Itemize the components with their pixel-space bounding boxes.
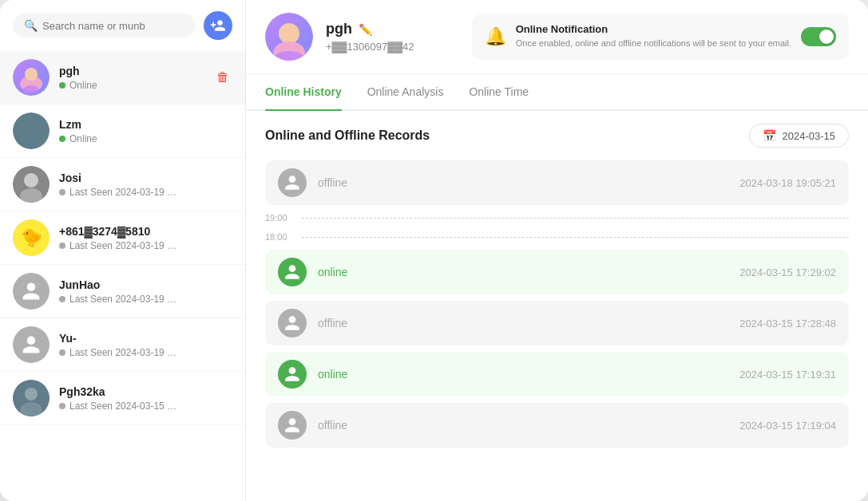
profile-name-text: pgh [326,21,352,37]
contact-status-text-phone: Last Seen 2024-03-19 … [69,240,176,251]
tab-online-analysis[interactable]: Online Analysis [367,74,444,111]
time-marker-18: 18:00 [265,232,849,242]
timeline-wrapper: offline 2024-03-18 19:05:21 19:00 18:00 [265,160,849,448]
pgh-avatar-illustration [15,61,47,93]
time-label-19: 19:00 [265,213,294,223]
contact-status-text-pgh32ka: Last Seen 2024-03-15 … [69,400,176,412]
record-timestamp-2: 2024-03-15 17:29:02 [739,266,836,278]
contact-item-lzm[interactable]: Lzm Online [0,105,245,158]
records-area: Online and Offline Records 📅 2024-03-15 [246,111,868,501]
profile-avatar-svg [265,13,313,61]
tab-online-history[interactable]: Online History [265,74,342,111]
avatar-pgh [13,59,50,96]
contact-item-pgh32ka[interactable]: Pgh32ka Last Seen 2024-03-15 … [0,372,245,425]
contact-status-lzm: Online [59,133,232,144]
main-content: pgh ✏️ +▓▓1306097▓▓42 🔔 Online Notificat… [246,0,868,501]
add-person-icon [210,18,226,34]
person-icon [21,281,42,302]
status-dot-phone [59,243,65,249]
notification-title: Online Notification [516,23,791,35]
record-status-4: online [318,368,728,381]
contact-status-text-pgh: Online [69,80,97,91]
status-dot-online [59,82,65,89]
contact-item-josi[interactable]: Josi Last Seen 2024-03-19 … [0,158,245,211]
contact-info-yu: Yu- Last Seen 2024-03-19 … [59,332,232,358]
calendar-icon: 📅 [763,129,776,142]
date-picker[interactable]: 📅 2024-03-15 [749,124,850,148]
pgh32-avatar-svg [13,380,50,416]
notification-box: 🔔 Online Notification Once enabled, onli… [472,14,849,59]
contact-item-yu[interactable]: Yu- Last Seen 2024-03-19 … [0,318,245,372]
record-timestamp-1: 2024-03-18 19:05:21 [739,177,836,189]
contact-info-junhao: JunHao Last Seen 2024-03-19 … [59,278,232,305]
contact-info-pgh: pgh Online [59,65,213,91]
record-timestamp-5: 2024-03-15 17:19:04 [739,420,836,432]
svg-point-1 [25,68,38,81]
contact-name-pgh32ka: Pgh32ka [59,385,232,398]
record-person-icon-2 [283,263,301,281]
contact-info-lzm: Lzm Online [59,118,232,144]
contact-name-pgh: pgh [59,65,213,77]
avatar-yu [13,326,50,363]
contact-status-josi: Last Seen 2024-03-19 … [59,187,232,198]
record-person-icon-5 [283,416,301,434]
avatar-pgh32ka [13,380,50,416]
search-input[interactable] [42,20,184,32]
notification-description: Once enabled, online and offline notific… [516,37,791,49]
notification-toggle[interactable] [801,27,836,46]
record-timestamp-3: 2024-03-15 17:28:48 [739,318,836,329]
contact-status-text-josi: Last Seen 2024-03-19 … [69,187,176,198]
contact-item-junhao[interactable]: JunHao Last Seen 2024-03-19 … [0,265,245,318]
contact-status-pgh32ka: Last Seen 2024-03-15 … [59,400,232,412]
contact-item-phone[interactable]: 🐤 +861▓3274▓5810 Last Seen 2024-03-19 … [0,211,245,265]
contact-status-phone: Last Seen 2024-03-19 … [59,240,232,251]
profile-header: pgh ✏️ +▓▓1306097▓▓42 🔔 Online Notificat… [246,0,868,74]
profile-name-row: pgh ✏️ [326,21,459,37]
record-avatar-online-2 [278,360,307,389]
record-status-1: offline [318,176,728,189]
contact-info-josi: Josi Last Seen 2024-03-19 … [59,172,232,198]
contact-name-josi: Josi [59,172,232,184]
contact-item-pgh[interactable]: pgh Online 🗑 [0,51,245,105]
avatar-josi [13,166,50,203]
time-marker-19: 19:00 [265,213,849,223]
contact-info-pgh32ka: Pgh32ka Last Seen 2024-03-15 … [59,385,232,412]
avatar-phone: 🐤 [13,219,50,256]
status-dot-pgh32ka [59,403,65,409]
bell-icon: 🔔 [485,26,506,47]
notification-text: Online Notification Once enabled, online… [516,23,791,49]
search-icon: 🔍 [24,19,38,32]
selected-date: 2024-03-15 [783,130,836,142]
contact-status-yu: Last Seen 2024-03-19 … [59,347,232,358]
record-person-icon-3 [283,314,301,332]
avatar-lzm [13,112,50,149]
delete-contact-button[interactable]: 🗑 [213,67,232,88]
record-person-icon-1 [283,174,301,191]
record-row-offline-1: offline 2024-03-18 19:05:21 [265,160,849,205]
profile-info: pgh ✏️ +▓▓1306097▓▓42 [326,21,459,53]
search-bar: 🔍 [0,0,245,51]
record-row-online-2: online 2024-03-15 17:19:31 [265,352,849,396]
tab-online-time[interactable]: Online Time [469,74,529,111]
dashed-line-18 [302,237,849,238]
record-avatar-offline-2 [278,309,307,337]
josi-avatar-svg [13,166,50,203]
record-status-2: online [318,266,728,278]
svg-point-4 [24,173,38,187]
app-container: 🔍 [0,0,868,501]
search-input-wrap[interactable]: 🔍 [13,14,196,37]
add-contact-button[interactable] [204,11,232,40]
contact-status-text-lzm: Online [69,133,97,144]
record-avatar-offline-3 [278,411,307,440]
svg-point-10 [279,23,299,44]
status-dot-junhao [59,296,65,302]
contact-status-text-junhao: Last Seen 2024-03-19 … [69,294,176,305]
record-row-online-1: online 2024-03-15 17:29:02 [265,250,849,294]
records-list: offline 2024-03-18 19:05:21 19:00 18:00 [265,160,849,448]
record-timestamp-4: 2024-03-15 17:19:31 [739,369,836,381]
edit-icon[interactable]: ✏️ [359,23,372,36]
contact-status-text-yu: Last Seen 2024-03-19 … [69,347,176,358]
contact-name-lzm: Lzm [59,118,232,131]
time-label-18: 18:00 [265,232,294,242]
person-icon-yu [21,334,42,355]
